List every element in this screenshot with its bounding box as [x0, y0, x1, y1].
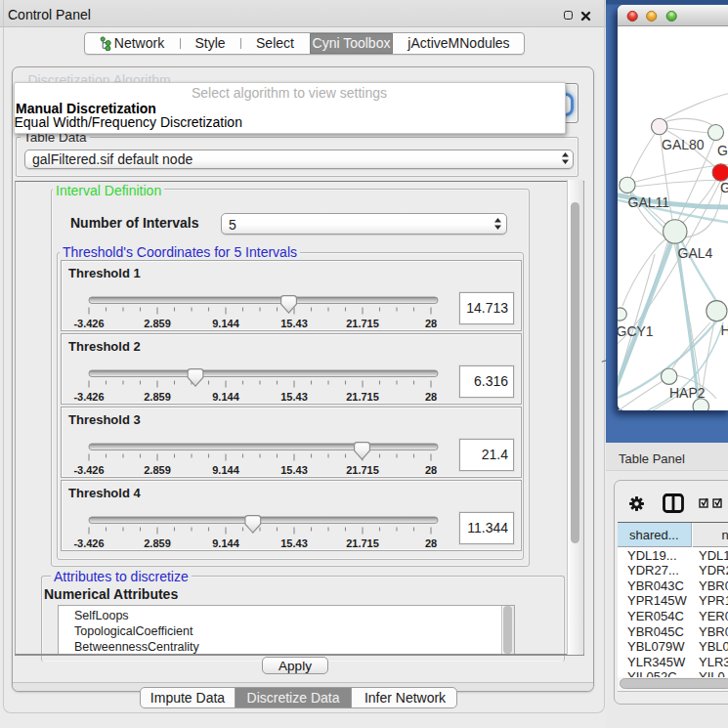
svg-text:H: H: [721, 322, 728, 338]
svg-text:GA: GA: [717, 143, 728, 158]
svg-text:GAL4: GAL4: [678, 245, 713, 261]
svg-text:G: G: [720, 180, 728, 195]
svg-text:HAP2: HAP2: [669, 385, 706, 401]
svg-text:GCY1: GCY1: [618, 323, 654, 339]
svg-text:GAL11: GAL11: [628, 194, 670, 210]
svg-text:GAL80: GAL80: [662, 137, 705, 152]
